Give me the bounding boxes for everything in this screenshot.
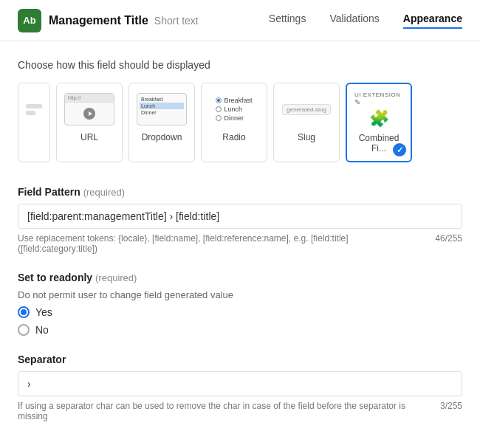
field-pattern-hint: Use replacement tokens: {locale}, [field… xyxy=(18,233,462,254)
field-pattern-group: Field Pattern (required) Use replacement… xyxy=(18,186,462,254)
option-plain-preview xyxy=(26,91,42,128)
readonly-yes-option[interactable]: Yes xyxy=(18,306,462,318)
nav-tabs: Settings Validations Appearance xyxy=(269,13,462,29)
app-logo: Ab xyxy=(18,9,41,32)
readonly-description: Do not permit user to change field gener… xyxy=(18,289,462,300)
option-dropdown-label: Dropdown xyxy=(142,132,182,142)
separator-label: Separator xyxy=(18,354,462,365)
option-radio-preview: Breakfast Lunch Dinner xyxy=(209,91,259,128)
ui-ext-top-label: UI EXTENSION ✎ xyxy=(354,92,403,106)
option-slug-preview: generated-slug xyxy=(281,91,332,128)
option-url-preview: http:// xyxy=(64,91,114,128)
option-url-label: URL xyxy=(80,132,98,142)
tab-appearance[interactable]: Appearance xyxy=(403,13,462,29)
readonly-no-radio[interactable] xyxy=(18,324,30,336)
set-readonly-group: Set to readonly (required) Do not permit… xyxy=(18,272,462,336)
option-radio[interactable]: Breakfast Lunch Dinner Radio xyxy=(201,83,267,162)
set-readonly-label: Set to readonly (required) xyxy=(18,272,462,283)
field-pattern-label: Field Pattern (required) xyxy=(18,186,462,198)
field-pattern-char-count: 46/255 xyxy=(435,233,462,254)
selected-check-badge xyxy=(393,143,406,156)
option-slug-label: Slug xyxy=(298,132,315,142)
option-radio-label: Radio xyxy=(222,132,245,142)
readonly-no-label: No xyxy=(35,324,49,336)
field-title: Management Title xyxy=(49,14,148,27)
field-type: Short text xyxy=(154,15,199,27)
tab-validations[interactable]: Validations xyxy=(329,13,379,29)
field-pattern-input[interactable] xyxy=(18,204,462,229)
puzzle-icon: 🧩 xyxy=(369,109,389,128)
option-plain[interactable] xyxy=(18,83,50,162)
tab-settings[interactable]: Settings xyxy=(269,13,306,29)
option-dropdown[interactable]: Breakfast Lunch Dinner Dropdown xyxy=(128,83,195,162)
option-slug[interactable]: generated-slug Slug xyxy=(273,83,340,162)
display-section-label: Choose how this field should be displaye… xyxy=(18,59,462,71)
option-ui-extension-preview: UI EXTENSION ✎ 🧩 xyxy=(354,92,403,128)
header: Ab Management Title Short text Settings … xyxy=(0,0,480,41)
option-url[interactable]: http:// URL xyxy=(56,83,123,162)
readonly-no-option[interactable]: No xyxy=(18,324,462,336)
separator-char-count: 3/255 xyxy=(440,401,462,421)
readonly-yes-label: Yes xyxy=(35,306,52,318)
readonly-yes-radio[interactable] xyxy=(18,306,30,318)
option-ui-extension[interactable]: UI EXTENSION ✎ 🧩 Combined Fi... xyxy=(346,83,412,162)
play-icon xyxy=(83,108,95,120)
separator-group: Separator If using a separator char can … xyxy=(18,354,462,421)
option-dropdown-preview: Breakfast Lunch Dinner xyxy=(137,91,187,128)
display-options-container: http:// URL Breakfast Lunch Dinner xyxy=(18,83,462,162)
separator-hint: If using a separator char can be used to… xyxy=(18,401,462,421)
readonly-radio-group: Yes No xyxy=(18,306,462,336)
separator-input[interactable] xyxy=(18,371,462,396)
main-content: Choose how this field should be displaye… xyxy=(0,41,480,448)
